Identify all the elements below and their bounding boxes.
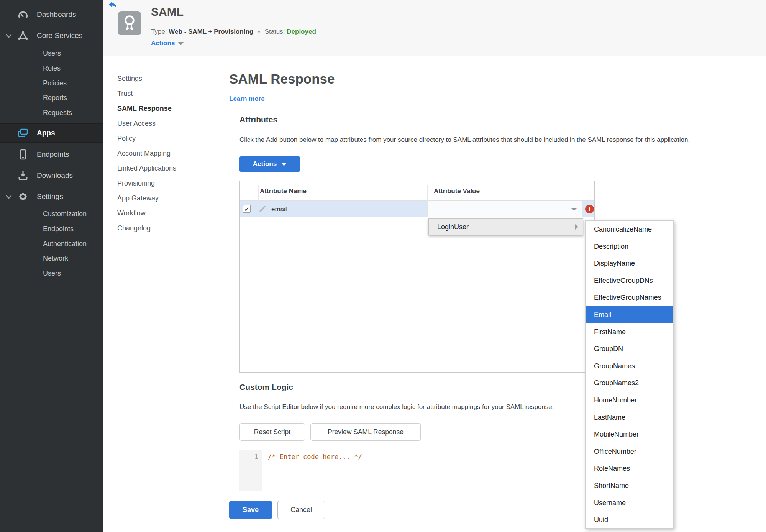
- sidebar-subitem[interactable]: Customization: [0, 207, 103, 222]
- type-value: Web - SAML + Provisioning: [169, 28, 253, 35]
- editor-code[interactable]: /* Enter code here... */: [268, 453, 362, 461]
- custom-logic-description: Use the Script Editor below if you requi…: [239, 403, 554, 411]
- sidebar-subitem[interactable]: Authentication: [0, 236, 103, 251]
- caret-down-icon: [281, 163, 287, 166]
- sidebar-subitem[interactable]: Users: [0, 46, 103, 61]
- submenu-item[interactable]: GroupNames: [586, 358, 673, 375]
- submenu-item[interactable]: OfficeNumber: [586, 443, 673, 460]
- sidebar-subitem[interactable]: Policies: [0, 76, 103, 91]
- value-menu-loginuser[interactable]: LoginUser: [428, 218, 583, 235]
- submenu-item[interactable]: DisplayName: [586, 255, 673, 272]
- custom-logic-heading: Custom Logic: [239, 383, 293, 392]
- save-button[interactable]: Save: [229, 501, 272, 519]
- subnav-item[interactable]: Policy: [103, 131, 210, 146]
- attributes-table: Attribute Name Attribute Value ✓ email !: [239, 181, 595, 373]
- attribute-value-dropdown[interactable]: [427, 201, 582, 217]
- core-services-icon: [17, 30, 29, 41]
- meta-separator: •: [258, 28, 260, 35]
- caret-down-icon: [571, 208, 577, 211]
- script-editor[interactable]: 1 /* Enter code here... */: [239, 450, 595, 491]
- column-header-value: Attribute Value: [434, 181, 480, 201]
- sidebar-settings-children: CustomizationEndpointsAuthenticationNetw…: [0, 207, 103, 281]
- submenu-item[interactable]: ShortName: [586, 477, 673, 494]
- learn-more-link[interactable]: Learn more: [229, 95, 265, 103]
- sidebar-item-endpoints[interactable]: Endpoints: [0, 144, 103, 165]
- sidebar-subitem[interactable]: Roles: [0, 61, 103, 76]
- sidebar-subitem[interactable]: Reports: [0, 90, 103, 105]
- table-row[interactable]: ✓ email !: [240, 201, 594, 217]
- loginuser-label: LoginUser: [437, 219, 469, 235]
- chevron-down-icon[interactable]: [6, 194, 12, 201]
- app-subnav: SettingsTrustSAML ResponseUser AccessPol…: [103, 71, 210, 236]
- saml-app-icon: [118, 11, 141, 35]
- subnav-item[interactable]: Linked Applications: [103, 161, 210, 176]
- sidebar-subitem[interactable]: Network: [0, 251, 103, 266]
- header-actions-label: Actions: [151, 39, 175, 47]
- attribute-name-cell: email: [271, 201, 287, 217]
- sidebar-subitem[interactable]: Requests: [0, 105, 103, 120]
- subnav-item[interactable]: Trust: [103, 86, 210, 101]
- reset-script-button[interactable]: Reset Script: [239, 423, 305, 441]
- submenu-item[interactable]: GroupDN: [586, 340, 673, 358]
- line-number: 1: [254, 453, 258, 460]
- column-divider: [427, 185, 428, 201]
- sidebar-item-label: Settings: [37, 192, 63, 201]
- row-checkbox[interactable]: ✓: [243, 205, 251, 213]
- gauge-icon: [17, 9, 29, 20]
- submenu-item[interactable]: LastName: [586, 409, 673, 426]
- subnav-item[interactable]: Settings: [103, 71, 210, 86]
- subnav-item[interactable]: Changelog: [103, 221, 210, 236]
- sidebar-item-core-services[interactable]: Core Services: [0, 25, 103, 46]
- preview-saml-response-button[interactable]: Preview SAML Response: [310, 423, 421, 441]
- gear-icon: [17, 191, 29, 202]
- sidebar-item-dashboards[interactable]: Dashboards: [0, 4, 103, 25]
- app-window: Dashboards Core Services UsersRolesPolic…: [0, 0, 766, 532]
- download-icon: [17, 170, 29, 181]
- sidebar-item-label: Dashboards: [37, 10, 76, 19]
- cancel-button[interactable]: Cancel: [277, 501, 325, 519]
- submenu-item[interactable]: MobileNumber: [586, 426, 673, 443]
- subnav-item[interactable]: SAML Response: [103, 101, 210, 116]
- nav-divider: [210, 73, 210, 491]
- submenu-item[interactable]: EffectiveGroupDNs: [586, 272, 673, 289]
- phone-icon: [17, 149, 29, 160]
- app-meta: Type: Web - SAML + Provisioning • Status…: [151, 28, 316, 36]
- submenu-item[interactable]: Email: [586, 306, 673, 323]
- subnav-item[interactable]: App Gateway: [103, 191, 210, 206]
- submenu-item[interactable]: FirstName: [586, 323, 673, 341]
- submenu-item[interactable]: Username: [586, 494, 673, 512]
- page-title: SAML Response: [229, 71, 335, 87]
- sidebar-subitem[interactable]: Endpoints: [0, 222, 103, 236]
- submenu-item[interactable]: HomeNumber: [586, 392, 673, 409]
- sidebar-item-downloads[interactable]: Downloads: [0, 165, 103, 186]
- subnav-item[interactable]: Provisioning: [103, 176, 210, 191]
- submenu-item[interactable]: GroupNames2: [586, 374, 673, 392]
- sidebar-item-label: Apps: [37, 129, 55, 137]
- back-arrow-icon[interactable]: [108, 1, 117, 9]
- caret-down-icon: [178, 42, 184, 45]
- chevron-down-icon[interactable]: [6, 33, 12, 40]
- attributes-actions-button[interactable]: Actions: [239, 156, 300, 172]
- value-submenu: CanonicalizeNameDescriptionDisplayNameEf…: [585, 220, 674, 529]
- attributes-description: Click the Add button below to map attrib…: [239, 136, 690, 144]
- column-divider: [258, 185, 259, 201]
- sidebar-item-apps[interactable]: Apps: [0, 123, 103, 143]
- sidebar-subitem[interactable]: Users: [0, 266, 103, 281]
- sidebar-item-label: Endpoints: [37, 150, 69, 159]
- submenu-item[interactable]: EffectiveGroupNames: [586, 289, 673, 306]
- table-header: Attribute Name Attribute Value: [240, 181, 594, 201]
- subnav-item[interactable]: Account Mapping: [103, 146, 210, 161]
- sidebar-item-settings[interactable]: Settings: [0, 186, 103, 207]
- apps-icon: [17, 127, 29, 139]
- submenu-item[interactable]: RoleNames: [586, 460, 673, 477]
- sidebar-core-children: UsersRolesPoliciesReportsRequests: [0, 46, 103, 120]
- subnav-item[interactable]: User Access: [103, 116, 210, 131]
- submenu-item[interactable]: Uuid: [586, 511, 673, 529]
- submenu-item[interactable]: Description: [586, 238, 673, 255]
- subnav-item[interactable]: Workflow: [103, 206, 210, 221]
- submenu-item[interactable]: CanonicalizeName: [586, 221, 673, 238]
- header-actions-menu[interactable]: Actions: [151, 39, 184, 47]
- type-label: Type:: [151, 28, 167, 35]
- column-header-name: Attribute Name: [260, 181, 307, 201]
- editor-gutter: 1: [239, 450, 262, 491]
